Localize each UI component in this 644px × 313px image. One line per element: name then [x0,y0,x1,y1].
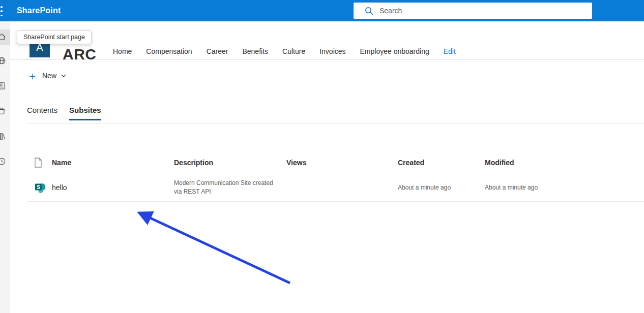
home-icon [0,32,7,42]
subsites-table: Name Description Views Created Modified … [27,152,644,202]
nav-item-edit[interactable]: Edit [444,47,456,55]
search-input[interactable] [379,7,573,15]
search-box[interactable] [354,3,592,19]
column-header-name[interactable]: Name [52,159,174,167]
sharepoint-brand[interactable]: SharePoint [17,0,61,21]
tab-contents[interactable]: Contents [27,106,57,120]
contents-tabs: Contents Subsites [27,106,101,120]
rail-item-news[interactable] [0,78,10,93]
nav-item-invoices[interactable]: Invoices [319,47,345,55]
site-title[interactable]: ARC [63,46,97,63]
subsite-name[interactable]: hello [52,183,174,192]
clock-icon [0,156,7,166]
app-launcher-icon[interactable] [1,6,5,16]
rail-item-home[interactable] [0,29,10,45]
nav-item-career[interactable]: Career [207,47,228,55]
new-button[interactable]: ＋ New [27,68,66,83]
nav-item-culture[interactable]: Culture [282,47,305,55]
subsite-created: About a minute ago [398,184,485,191]
column-header-views[interactable]: Views [286,159,398,167]
new-button-label: New [42,72,56,80]
plus-icon: ＋ [27,71,38,81]
column-header-modified[interactable]: Modified [485,159,644,167]
sharepoint-start-page-tooltip: SharePoint start page [17,30,92,44]
column-header-description[interactable]: Description [174,159,286,167]
chevron-down-icon [61,74,66,77]
search-icon [365,7,373,15]
tabs-divider [27,123,644,124]
sharepoint-site-icon: S [34,181,46,194]
rail-item-world[interactable] [0,53,10,69]
subsite-description: Modern Communication Site created via RE… [174,179,282,195]
column-header-created[interactable]: Created [398,159,485,167]
nav-item-compensation[interactable]: Compensation [146,47,192,55]
subsite-modified: About a minute ago [485,184,644,191]
site-header: A ARC Home Compensation Career Benefits … [10,21,644,60]
svg-text:S: S [37,184,40,190]
left-rail [0,21,10,313]
rail-item-apps[interactable] [0,104,10,119]
document-icon [34,158,42,168]
file-type-column[interactable] [27,158,52,168]
nav-item-home[interactable]: Home [113,47,132,55]
suite-bar: SharePoint [0,0,644,21]
site-nav: Home Compensation Career Benefits Cultur… [113,43,456,60]
nav-item-employee-onboarding[interactable]: Employee onboarding [360,47,429,55]
rail-item-recent[interactable] [0,154,10,169]
sharepoint-site-contents-page: SharePoint A ARC [0,0,644,313]
news-icon [0,81,7,90]
tab-subsites[interactable]: Subsites [69,106,101,120]
table-header-row: Name Description Views Created Modified [27,152,644,173]
row-icon-cell: S [27,181,52,194]
table-row[interactable]: S hello Modern Communication Site create… [27,173,644,202]
rail-item-library[interactable] [0,129,10,144]
shopping-bag-icon [0,106,7,116]
library-icon [0,132,7,141]
nav-item-benefits[interactable]: Benefits [242,47,268,55]
globe-icon [0,56,7,66]
